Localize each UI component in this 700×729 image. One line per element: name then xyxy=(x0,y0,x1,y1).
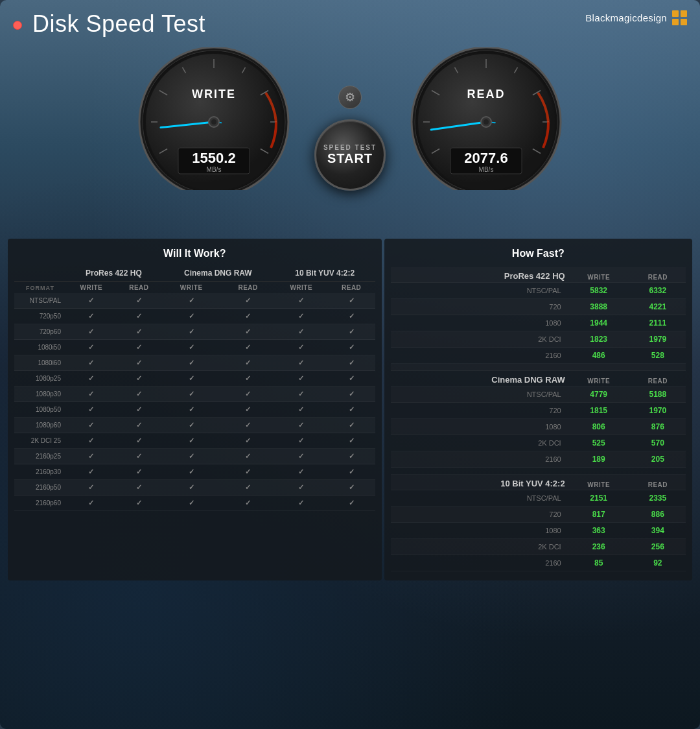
left-table: ProRes 422 HQ Cinema DNG RAW 10 Bit YUV … xyxy=(14,267,375,511)
write-col-header: WRITE xyxy=(568,267,630,283)
format-name-cell: 1080p30 xyxy=(14,387,66,402)
check-cell: ✓ xyxy=(328,433,375,449)
settings-button[interactable]: ⚙ xyxy=(338,86,362,109)
row-label: 720 xyxy=(391,299,568,315)
read-value: 2111 xyxy=(630,315,686,331)
format-name-cell: 1080i50 xyxy=(14,340,66,355)
check-cell: ✓ xyxy=(117,464,161,480)
check-cell: ✓ xyxy=(66,433,117,449)
check-cell: ✓ xyxy=(117,433,161,449)
blackmagic-logo-icon xyxy=(672,10,687,25)
check-cell: ✓ xyxy=(117,449,161,464)
format-col-header: FORMAT xyxy=(14,282,66,294)
write-value: 817 xyxy=(568,507,630,523)
check-cell: ✓ xyxy=(222,293,275,309)
spacer-row xyxy=(391,364,686,371)
title-bar: Disk Speed Test Blackmagicdesign xyxy=(0,0,700,44)
check-cell: ✓ xyxy=(117,496,161,511)
read-value: 205 xyxy=(630,451,686,468)
right-table-row: NTSC/PAL21512335 xyxy=(391,490,686,507)
check-cell: ✓ xyxy=(328,293,375,309)
will-it-work-panel: Will It Work? ProRes 422 HQ Cinema DNG R… xyxy=(8,239,382,580)
right-table-row: 2K DCI236256 xyxy=(391,539,686,555)
row-label: 720 xyxy=(391,507,568,523)
read-value: 1970 xyxy=(630,403,686,419)
write-value: 525 xyxy=(568,435,630,451)
yuv-header: 10 Bit YUV 4:2:2 xyxy=(275,267,375,282)
write-value: 1823 xyxy=(568,331,630,348)
check-cell: ✓ xyxy=(275,309,328,324)
check-cell: ✓ xyxy=(66,418,117,433)
read-gauge-dial: READ 2077.6 MB/s xyxy=(402,47,570,190)
start-button[interactable]: SPEED TEST START xyxy=(314,119,386,191)
row-label: 2160 xyxy=(391,348,568,364)
close-button[interactable] xyxy=(13,21,22,30)
write-value: 5832 xyxy=(568,283,630,299)
read-value: 886 xyxy=(630,507,686,523)
check-cell: ✓ xyxy=(161,355,222,371)
format-name-cell: 2160p50 xyxy=(14,480,66,496)
check-cell: ✓ xyxy=(117,309,161,324)
check-cell: ✓ xyxy=(117,340,161,355)
write-value: 1815 xyxy=(568,403,630,419)
check-cell: ✓ xyxy=(117,418,161,433)
format-name-cell: 720p60 xyxy=(14,324,66,340)
check-cell: ✓ xyxy=(222,324,275,340)
right-table-row: 2K DCI525570 xyxy=(391,435,686,451)
row-label: NTSC/PAL xyxy=(391,387,568,403)
svg-text:MB/s: MB/s xyxy=(479,166,494,173)
read-header-1: READ xyxy=(117,282,161,294)
prores-header: ProRes 422 HQ xyxy=(66,267,161,282)
table-row: 1080i50✓✓✓✓✓✓ xyxy=(14,340,375,355)
format-name-cell: 2160p25 xyxy=(14,449,66,464)
check-cell: ✓ xyxy=(328,418,375,433)
check-cell: ✓ xyxy=(328,480,375,496)
check-cell: ✓ xyxy=(66,464,117,480)
table-row: 2160p50✓✓✓✓✓✓ xyxy=(14,480,375,496)
write-header-2: WRITE xyxy=(161,282,222,294)
logo-sq-2 xyxy=(681,10,687,17)
write-value: 2151 xyxy=(568,490,630,507)
title-bar-left: Disk Speed Test xyxy=(13,10,205,38)
write-col-header: WRITE xyxy=(568,371,630,387)
logo-sq-1 xyxy=(672,10,679,17)
format-name-cell: 1080p50 xyxy=(14,402,66,418)
right-table-row: NTSC/PAL47795188 xyxy=(391,387,686,403)
check-cell: ✓ xyxy=(161,480,222,496)
read-col-header: READ xyxy=(630,475,686,490)
right-table-row: 108019442111 xyxy=(391,315,686,331)
table-row: 1080i60✓✓✓✓✓✓ xyxy=(14,355,375,371)
cinema-header: Cinema DNG RAW xyxy=(161,267,275,282)
check-cell: ✓ xyxy=(328,464,375,480)
write-gauge-dial: WRITE 1550.2 MB/s xyxy=(130,47,298,190)
table-row: 2160p25✓✓✓✓✓✓ xyxy=(14,449,375,464)
read-header-2: READ xyxy=(222,282,275,294)
check-cell: ✓ xyxy=(222,340,275,355)
check-cell: ✓ xyxy=(328,371,375,387)
format-name-cell: 2K DCI 25 xyxy=(14,433,66,449)
check-cell: ✓ xyxy=(328,309,375,324)
write-gauge: WRITE 1550.2 MB/s xyxy=(123,47,305,229)
section-header-row: 10 Bit YUV 4:2:2WRITEREAD xyxy=(391,475,686,490)
row-label: 2K DCI xyxy=(391,539,568,555)
table-row: 2160p30✓✓✓✓✓✓ xyxy=(14,464,375,480)
check-cell: ✓ xyxy=(117,293,161,309)
svg-text:MB/s: MB/s xyxy=(207,166,222,173)
format-name-cell: 1080p25 xyxy=(14,371,66,387)
spacer-row xyxy=(391,468,686,475)
row-label: 1080 xyxy=(391,315,568,331)
read-value: 6332 xyxy=(630,283,686,299)
check-cell: ✓ xyxy=(222,496,275,511)
check-cell: ✓ xyxy=(275,324,328,340)
read-value: 256 xyxy=(630,539,686,555)
write-col-header: WRITE xyxy=(568,475,630,490)
svg-text:WRITE: WRITE xyxy=(192,88,236,101)
check-cell: ✓ xyxy=(328,340,375,355)
check-cell: ✓ xyxy=(328,402,375,418)
row-label: 1080 xyxy=(391,523,568,539)
check-cell: ✓ xyxy=(222,387,275,402)
section-name: 10 Bit YUV 4:2:2 xyxy=(391,475,568,490)
gauges-section: WRITE 1550.2 MB/s ⚙ SPEED TEST START xyxy=(0,44,700,239)
svg-text:2077.6: 2077.6 xyxy=(464,150,508,166)
svg-point-15 xyxy=(211,119,216,125)
